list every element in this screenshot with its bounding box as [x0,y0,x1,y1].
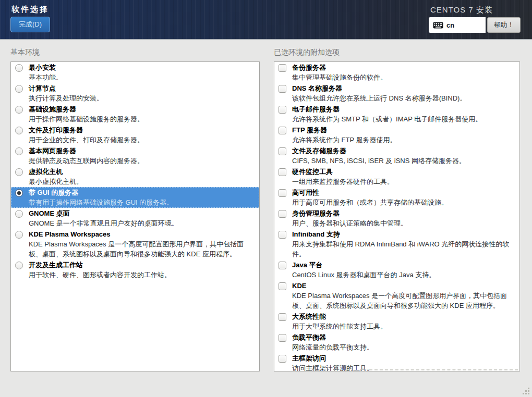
addon-option[interactable]: Java 平台CentOS Linux 服务器和桌面平台的 Java 支持。 [274,259,519,280]
option-description: KDE Plasma Workspaces 是一个高度可配置图形用户界面，其中包… [29,239,256,259]
installer-header-bar: 软件选择 完成(D) CENTOS 7 安装 cn 帮助！ [0,0,532,40]
option-description: 提供静态及动态互联网内容的服务器。 [29,156,144,166]
checkbox-unchecked[interactable] [279,355,286,363]
environment-option[interactable]: 基本网页服务器提供静态及动态互联网内容的服务器。 [11,145,259,166]
option-description: 带有用于操作网络基础设施服务 GUI 的服务器。 [29,197,173,207]
environment-option[interactable]: 开发及生成工作站用于软件、硬件、图形或者内容开发的工作站。 [11,259,259,280]
checkbox-unchecked[interactable] [279,189,286,197]
option-description: 用来支持集群和使用 RDMA InfiniBand 和 iWARO 光纤的网状连… [292,239,516,259]
addon-option[interactable]: 电子邮件服务器允许将系统作为 SMTP 和（或者）IMAP 电子邮件服务器使用。 [274,104,519,125]
option-texts: 最小安装基本功能。 [29,63,63,82]
radio-button-unselected[interactable] [15,85,23,93]
option-description: 访问主框架计算源的工具。 [292,363,373,371]
option-title: FTP 服务器 [292,125,397,135]
addon-option[interactable]: 高可用性用于高度可用服务和（或者）共享存储的基础设施。 [274,187,519,208]
option-title: 文件及打印服务器 [29,125,144,135]
addon-option[interactable]: 备份服务器集中管理基础设施备份的软件。 [274,62,519,83]
addon-option[interactable]: 硬件监控工具一组用来监控服务器硬件的工具。 [274,166,519,187]
option-description: 集中管理基础设施备份的软件。 [292,72,387,82]
environment-option[interactable]: KDE Plasma WorkspacesKDE Plasma Workspac… [11,229,259,259]
environment-option[interactable]: 计算节点执行计算及处理的安装。 [11,83,259,104]
option-texts: DNS 名称服务器该软件包组允许您在系统上运行 DNS 名称服务器(BIND)。 [292,83,466,103]
checkbox-unchecked[interactable] [279,282,286,290]
checkbox-unchecked[interactable] [279,210,286,218]
checkbox-unchecked[interactable] [279,313,286,321]
option-title: GNOME 桌面 [29,208,178,218]
option-description: 网络流量的负载平衡支持。 [292,342,373,352]
addons-list: 备份服务器集中管理基础设施备份的软件。DNS 名称服务器该软件包组允许您在系统上… [274,61,520,371]
option-texts: 硬件监控工具一组用来监控服务器硬件的工具。 [292,167,394,187]
environment-option[interactable]: 文件及打印服务器用于企业的文件、打印及存储服务器。 [11,125,259,145]
environment-option[interactable]: 带 GUI 的服务器带有用于操作网络基础设施服务 GUI 的服务器。 [11,187,259,208]
option-title: KDE Plasma Workspaces [29,229,256,239]
environment-option[interactable]: GNOME 桌面GNOME 是一个非常直观且用户友好的桌面环境。 [11,208,259,229]
addon-option[interactable]: 主框架访问访问主框架计算源的工具。 [274,353,519,371]
option-texts: 基本网页服务器提供静态及动态互联网内容的服务器。 [29,146,144,166]
option-texts: 带 GUI 的服务器带有用于操作网络基础设施服务 GUI 的服务器。 [29,188,173,207]
checkbox-unchecked[interactable] [279,147,286,155]
option-description: 用于操作网络基础设施服务的服务器。 [29,114,144,124]
radio-button-unselected[interactable] [15,231,23,239]
keyboard-icon [433,22,443,29]
addon-option[interactable]: 身份管理服务器用户、服务器和认证策略的集中管理。 [274,208,519,229]
radio-button-unselected[interactable] [15,106,23,114]
option-description: 用于高度可用服务和（或者）共享存储的基础设施。 [292,197,448,207]
option-title: 开发及生成工作站 [29,260,171,270]
checkbox-unchecked[interactable] [279,127,286,134]
window-resize-grip[interactable] [522,387,530,395]
option-texts: 开发及生成工作站用于软件、硬件、图形或者内容开发的工作站。 [29,260,171,280]
done-button[interactable]: 完成(D) [10,17,50,32]
option-texts: 身份管理服务器用户、服务器和认证策略的集中管理。 [292,208,407,228]
radio-button-unselected[interactable] [15,64,23,72]
addon-option[interactable]: FTP 服务器允许将系统作为 FTP 服务器使用。 [274,125,519,145]
option-description: 用于企业的文件、打印及存储服务器。 [29,135,144,145]
keyboard-layout-indicator[interactable]: cn [429,17,486,33]
option-title: DNS 名称服务器 [292,83,466,93]
option-title: 硬件监控工具 [292,167,394,177]
option-title: 基础设施服务器 [29,104,144,114]
option-texts: Infiniband 支持用来支持集群和使用 RDMA InfiniBand 和… [292,229,516,259]
option-texts: 基础设施服务器用于操作网络基础设施服务的服务器。 [29,104,144,124]
option-texts: 大系统性能用于大型系统的性能支持工具。 [292,312,387,331]
radio-button-unselected[interactable] [15,168,23,176]
option-texts: 主框架访问访问主框架计算源的工具。 [292,353,373,371]
radio-button-unselected[interactable] [15,147,23,155]
option-description: KDE Plasma Workspaces 是一个高度可配置图形用户界面，其中包… [292,291,516,311]
radio-button-selected[interactable] [15,189,23,197]
option-title: Java 平台 [292,260,436,270]
environment-option[interactable]: 最小安装基本功能。 [11,62,259,83]
addon-option[interactable]: DNS 名称服务器该软件包组允许您在系统上运行 DNS 名称服务器(BIND)。 [274,83,519,104]
checkbox-unchecked[interactable] [279,85,286,93]
option-texts: Java 平台CentOS Linux 服务器和桌面平台的 Java 支持。 [292,260,436,280]
addon-option[interactable]: 负载平衡器网络流量的负载平衡支持。 [274,332,519,353]
option-description: 一组用来监控服务器硬件的工具。 [292,177,394,187]
option-texts: 计算节点执行计算及处理的安装。 [29,83,103,103]
option-description: GNOME 是一个非常直观且用户友好的桌面环境。 [29,218,178,228]
addon-option[interactable]: KDEKDE Plasma Workspaces 是一个高度可配置图形用户界面，… [274,280,519,311]
help-button[interactable]: 帮助！ [487,17,521,33]
environment-option[interactable]: 基础设施服务器用于操作网络基础设施服务的服务器。 [11,104,259,125]
checkbox-unchecked[interactable] [279,334,286,342]
checkbox-unchecked[interactable] [279,64,286,72]
option-description: 用于软件、硬件、图形或者内容开发的工作站。 [29,270,171,280]
option-title: 计算节点 [29,83,103,93]
radio-button-unselected[interactable] [15,210,23,218]
option-title: 基本网页服务器 [29,146,144,156]
option-description: 该软件包组允许您在系统上运行 DNS 名称服务器(BIND)。 [292,93,466,103]
addon-option[interactable]: 文件及存储服务器CIFS, SMB, NFS, iSCSI, iSER 及 iS… [274,145,519,166]
option-title: 虚拟化主机 [29,167,83,177]
option-texts: 文件及存储服务器CIFS, SMB, NFS, iSCSI, iSER 及 iS… [292,146,466,166]
addon-option[interactable]: Infiniband 支持用来支持集群和使用 RDMA InfiniBand 和… [274,229,519,259]
checkbox-unchecked[interactable] [279,106,286,114]
radio-button-unselected[interactable] [15,262,23,269]
checkbox-unchecked[interactable] [279,262,286,269]
option-texts: KDE Plasma WorkspacesKDE Plasma Workspac… [29,229,256,259]
base-environment-heading: 基本环境 [10,48,40,57]
option-description: CIFS, SMB, NFS, iSCSI, iSER 及 iSNS 网络存储服… [292,156,466,166]
checkbox-unchecked[interactable] [279,168,286,176]
radio-button-unselected[interactable] [15,127,23,134]
addon-option[interactable]: 大系统性能用于大型系统的性能支持工具。 [274,311,519,332]
option-texts: 负载平衡器网络流量的负载平衡支持。 [292,332,373,352]
environment-option[interactable]: 虚拟化主机最小虚拟化主机。 [11,166,259,187]
checkbox-unchecked[interactable] [279,231,286,239]
